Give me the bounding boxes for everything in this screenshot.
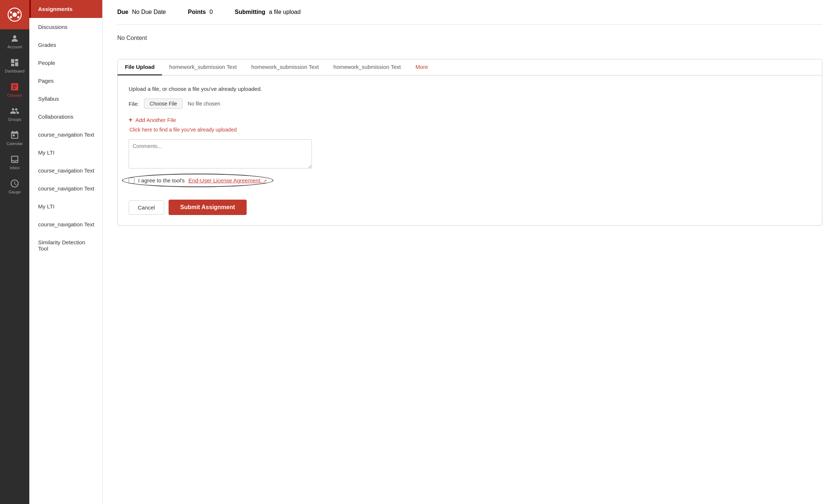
svg-point-4 [10,16,12,18]
sidebar-item-collaborations[interactable]: Collaborations [29,108,102,126]
already-uploaded-link[interactable]: Click here to find a file you've already… [129,127,811,133]
file-input-row: File: Choose File No file chosen [129,99,811,109]
no-content-text: No Content [117,25,822,52]
tab-file-upload[interactable]: File Upload [118,59,162,75]
file-upload-content: Upload a file, or choose a file you've a… [118,75,822,225]
points-meta: Points 0 [188,9,213,15]
cancel-button[interactable]: Cancel [129,200,164,215]
sidebar-item-course-nav-2[interactable]: course_navigation Text [29,162,102,179]
choose-file-button[interactable]: Choose File [144,99,182,109]
sidebar-item-pages[interactable]: Pages [29,72,102,90]
tab-hw-sub-3[interactable]: homework_submission Text [326,59,408,75]
sidebar-item-similarity[interactable]: Similarity Detection Tool [29,233,102,257]
sidebar-item-account[interactable]: Account [0,29,29,53]
external-link-icon: ↗ [263,178,267,184]
sidebar-item-groups[interactable]: Groups [0,102,29,126]
tab-hw-sub-2[interactable]: homework_submission Text [244,59,326,75]
svg-point-5 [17,16,19,18]
sidebar-item-courses[interactable]: Courses [0,78,29,102]
svg-point-1 [12,12,17,17]
main-content: Due No Due Date Points 0 Submitting a fi… [103,0,837,504]
add-another-file[interactable]: + Add Another File [129,116,811,124]
sidebar-item-my-lti-2[interactable]: My LTI [29,197,102,215]
sidebar-item-discussions[interactable]: Discussions [29,18,102,36]
sidebar-item-dashboard[interactable]: Dashboard [0,53,29,78]
points-label: Points [188,9,206,15]
course-sidebar: Assignments Discussions Grades People Pa… [29,0,103,504]
eula-checkbox[interactable] [129,178,134,184]
sidebar-item-calendar[interactable]: Calendar [0,126,29,150]
global-sidebar: Account Dashboard Courses Groups Calenda… [0,0,29,504]
file-label: File: [129,101,139,107]
sidebar-item-grades[interactable]: Grades [29,36,102,54]
sidebar-item-course-nav-1[interactable]: course_navigation Text [29,126,102,144]
eula-text: I agree to the tool's [138,177,185,184]
submitting-label: Submitting [235,9,266,15]
submission-area: File Upload homework_submission Text hom… [117,59,822,226]
sidebar-item-assignments[interactable]: Assignments [29,0,102,18]
eula-wrapper: I agree to the tool's End-User License A… [129,177,267,184]
comments-textarea[interactable] [129,139,312,168]
submitting-meta: Submitting a file upload [235,9,301,15]
submit-assignment-button[interactable]: Submit Assignment [169,200,247,215]
tab-more[interactable]: More [408,59,435,75]
due-label: Due [117,9,128,15]
eula-row: I agree to the tool's End-User License A… [129,177,267,184]
sidebar-item-syllabus[interactable]: Syllabus [29,90,102,108]
sidebar-item-course-nav-3[interactable]: course_navigation Text [29,179,102,197]
submitting-value: a file upload [269,9,300,15]
submission-tabs: File Upload homework_submission Text hom… [118,59,822,75]
tab-hw-sub-1[interactable]: homework_submission Text [162,59,244,75]
plus-icon: + [129,116,133,124]
sidebar-item-gauge[interactable]: Gauge [0,174,29,199]
upload-description: Upload a file, or choose a file you've a… [129,86,811,92]
points-value: 0 [210,9,213,15]
assignment-meta: Due No Due Date Points 0 Submitting a fi… [117,0,822,25]
no-file-chosen-text: No file chosen [188,101,220,107]
sidebar-item-my-lti-1[interactable]: My LTI [29,144,102,162]
eula-link[interactable]: End-User License Agreement. ↗ [188,177,267,184]
svg-point-2 [10,11,12,14]
due-meta: Due No Due Date [117,9,166,15]
action-buttons: Cancel Submit Assignment [129,200,811,215]
svg-point-6 [13,35,16,38]
sidebar-item-course-nav-4[interactable]: course_navigation Text [29,215,102,233]
due-value: No Due Date [132,9,166,15]
sidebar-item-inbox[interactable]: Inbox [0,150,29,174]
svg-point-3 [17,11,19,14]
canvas-logo[interactable] [0,0,29,29]
sidebar-item-people[interactable]: People [29,54,102,72]
